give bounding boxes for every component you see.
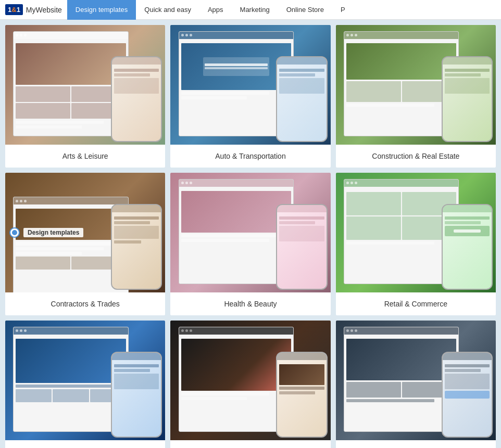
category-preview-construction <box>336 25 496 145</box>
category-label-retail: Retail & Commerce <box>336 292 496 315</box>
nav-item-apps[interactable]: Apps <box>199 0 232 20</box>
selected-label: Design templates <box>23 228 83 237</box>
category-preview-personal <box>336 321 496 440</box>
mobile-preview-contractors <box>111 204 162 290</box>
category-label-auto: Auto & Transportation <box>170 145 330 168</box>
category-card-retail[interactable]: Retail & Commerce <box>336 173 496 315</box>
nav-item-more[interactable]: P <box>332 0 354 20</box>
mobile-preview-health <box>276 204 327 290</box>
category-label-personal: Personal Page <box>336 440 496 448</box>
mobile-preview-auto <box>276 56 327 143</box>
category-label-health: Health & Beauty <box>170 292 330 315</box>
mobile-preview-construction <box>442 56 493 143</box>
category-label-professional: Professional Services <box>5 440 165 448</box>
category-label-construction: Construction & Real Estate <box>336 145 496 168</box>
selected-radio <box>10 228 19 237</box>
nav-item-design-templates[interactable]: Design templates <box>67 0 136 20</box>
category-card-restaurant[interactable]: Restaurants & Tourism <box>170 321 330 448</box>
mobile-preview-arts <box>111 56 162 143</box>
category-card-auto[interactable]: Auto & Transportation <box>170 25 330 168</box>
category-preview-restaurant <box>170 321 330 440</box>
mobile-preview-retail <box>442 204 493 290</box>
category-preview-auto <box>170 25 330 145</box>
nav-item-quick-easy[interactable]: Quick and easy <box>136 0 199 20</box>
nav-item-marketing[interactable]: Marketing <box>232 0 278 20</box>
category-preview-arts <box>5 25 165 145</box>
brand-logo: 1&1 <box>5 4 23 15</box>
mobile-preview-restaurant <box>276 352 327 438</box>
top-navigation: 1&1 MyWebsite Design templates Quick and… <box>0 0 501 20</box>
category-card-construction[interactable]: Construction & Real Estate <box>336 25 496 168</box>
category-card-personal[interactable]: Personal Page <box>336 321 496 448</box>
category-card-health[interactable]: Health & Beauty <box>170 173 330 315</box>
category-grid: Arts & Leisure <box>0 20 501 448</box>
category-card-contractors[interactable]: Design templates <box>5 173 165 315</box>
category-preview-health <box>170 173 330 292</box>
logo-area[interactable]: 1&1 MyWebsite <box>5 4 62 15</box>
category-preview-professional <box>5 321 165 440</box>
category-label-restaurant: Restaurants & Tourism <box>170 440 330 448</box>
category-card-arts-leisure[interactable]: Arts & Leisure <box>5 25 165 168</box>
site-name: MyWebsite <box>26 6 62 14</box>
category-label-contractors: Contractors & Trades <box>5 292 165 315</box>
mobile-preview-personal <box>442 352 493 438</box>
nav-item-online-store[interactable]: Online Store <box>278 0 332 20</box>
category-preview-contractors: Design templates <box>5 173 165 292</box>
category-card-professional[interactable]: Professional Services <box>5 321 165 448</box>
category-label-arts: Arts & Leisure <box>5 145 165 168</box>
category-preview-retail <box>336 173 496 292</box>
nav-items: Design templates Quick and easy Apps Mar… <box>67 0 496 20</box>
mobile-preview-professional <box>111 352 162 438</box>
